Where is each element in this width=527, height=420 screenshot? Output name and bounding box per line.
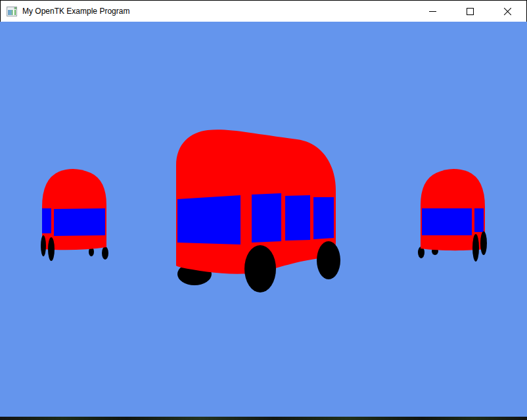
maximize-icon <box>467 8 474 15</box>
close-icon <box>503 7 512 16</box>
window-title: My OpenTK Example Program <box>22 1 129 22</box>
bus-window <box>42 208 51 233</box>
bus-wheel <box>41 235 46 256</box>
app-icon-titlebar <box>7 7 16 9</box>
bus-wheel <box>48 237 55 261</box>
bus-window <box>285 195 310 241</box>
app-icon[interactable] <box>7 7 17 16</box>
bus-window <box>313 197 334 239</box>
bus-wheel <box>317 241 340 279</box>
minimize-button[interactable] <box>414 1 451 22</box>
render-viewport <box>0 22 527 417</box>
desktop-sliver <box>0 417 527 420</box>
app-window: My OpenTK Example Program <box>0 0 527 420</box>
minimize-icon <box>429 11 436 12</box>
close-button[interactable] <box>489 1 526 22</box>
bus-window <box>177 195 241 245</box>
bus-window <box>474 208 484 232</box>
bus-right <box>418 169 487 262</box>
bus-wheel <box>102 246 108 260</box>
bus-wheel <box>480 231 487 255</box>
bus-left <box>41 169 108 261</box>
title-bar[interactable]: My OpenTK Example Program <box>0 0 527 22</box>
caption-buttons <box>414 1 526 22</box>
bus-window <box>252 193 281 243</box>
bus-wheel <box>472 234 479 262</box>
bus-wheel <box>244 245 276 292</box>
bus-window <box>54 208 105 236</box>
maximize-button[interactable] <box>451 1 489 22</box>
app-icon-canvas <box>8 10 16 15</box>
bus-window <box>422 208 472 235</box>
